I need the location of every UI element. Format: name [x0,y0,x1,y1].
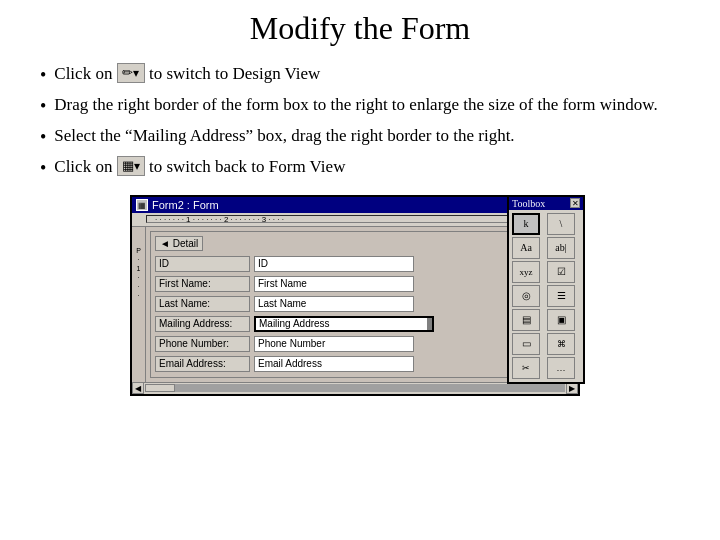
bullet-text-4: Click on ▾ to switch back to Form View [54,154,690,180]
form-window-icon: ▦ [136,199,148,211]
field-label-email: Email Address: [155,356,250,372]
phone-number-text: Phone Number [258,338,325,349]
bullet-dot-3: • [40,124,46,152]
scroll-left-arrow[interactable]: ◀ [132,382,144,394]
screenshot-area: ▦ Form2 : Form _ □ ✕ · · · · · · · 1 · ·… [130,195,590,396]
field-label-firstname: First Name: [155,276,250,292]
field-label-lastname: Last Name: [155,296,250,312]
detail-header: ◄ Detail [155,236,203,251]
toolbox-close-button[interactable]: ✕ [570,198,580,208]
toolbox-toggle-tool[interactable]: xyz [512,261,540,283]
bullet-item-1: • Click on ▾ to switch to Design View [40,61,690,90]
bullet-list: • Click on ▾ to switch to Design View • … [40,61,690,183]
bullet-dot-4: • [40,155,46,183]
toolbox-body: k \ Aa ab| xyz ☑ ◎ ☰ ▤ ▣ ▭ ⌘ ✂ … [509,210,583,382]
bullet-dot-1: • [40,62,46,90]
toolbox-label-tool[interactable]: Aa [512,237,540,259]
bullet-text-2: Drag the right border of the form box to… [54,92,690,118]
toolbox-checkbox-tool[interactable]: ☑ [547,261,575,283]
toolbox-select-tool[interactable]: k [512,213,540,235]
bullet-text-3: Select the “Mailing Address” box, drag t… [54,123,690,149]
toolbox-textbox-tool[interactable]: ab| [547,237,575,259]
design-view-icon-btn[interactable]: ▾ [117,63,145,83]
toolbox-titlebar: Toolbox ✕ [509,197,583,210]
pencil-icon [122,66,133,80]
field-value-phonenumber[interactable]: Phone Number [254,336,414,352]
bullet-item-2: • Drag the right border of the form box … [40,92,690,121]
bullet-dot-2: • [40,93,46,121]
toolbox-listbox-tool[interactable]: ☰ [547,285,575,307]
field-value-mailingaddress[interactable]: Mailing Address [254,316,434,332]
scroll-track[interactable] [145,384,565,392]
bullet-item-3: • Select the “Mailing Address” box, drag… [40,123,690,152]
form-view-icon-btn[interactable]: ▾ [117,156,145,176]
page-title: Modify the Form [30,10,690,47]
field-value-lastname[interactable]: Last Name [254,296,414,312]
toolbox-more-tool[interactable]: … [547,357,575,379]
field-label-id: ID [155,256,250,272]
field-value-id[interactable]: ID [254,256,414,272]
field-value-firstname[interactable]: First Name [254,276,414,292]
form-window-title: Form2 : Form [152,199,219,211]
toolbox-panel: Toolbox ✕ k \ Aa ab| xyz ☑ ◎ ☰ ▤ ▣ ▭ ⌘ ✂ [507,195,585,384]
toolbox-image-tool[interactable]: ▣ [547,309,575,331]
toolbox-option-tool[interactable]: ◎ [512,285,540,307]
bullet-item-4: • Click on ▾ to switch back to Form View [40,154,690,183]
resize-handle[interactable] [427,318,432,330]
toolbox-title: Toolbox [512,198,545,209]
detail-label: ◄ Detail [160,238,198,249]
toolbox-page-break-tool[interactable]: ⌘ [547,333,575,355]
toolbox-combobox-tool[interactable]: ▤ [512,309,540,331]
field-value-email[interactable]: Email Address [254,356,414,372]
field-label-mailingaddress: Mailing Address: [155,316,250,332]
toolbox-line-tool[interactable]: \ [547,213,575,235]
titlebar-left: ▦ Form2 : Form [136,199,219,211]
form-icon [122,159,134,173]
toolbox-frame-tool[interactable]: ▭ [512,333,540,355]
scroll-right-arrow[interactable]: ▶ [566,382,578,394]
toolbox-subform-tool[interactable]: ✂ [512,357,540,379]
row-numbers: P · 1 · · · [132,227,146,382]
page-container: Modify the Form • Click on ▾ to switch t… [0,0,720,540]
field-label-phonenumber: Phone Number: [155,336,250,352]
scroll-thumb[interactable] [145,384,175,392]
bullet-text-1: Click on ▾ to switch to Design View [54,61,690,87]
